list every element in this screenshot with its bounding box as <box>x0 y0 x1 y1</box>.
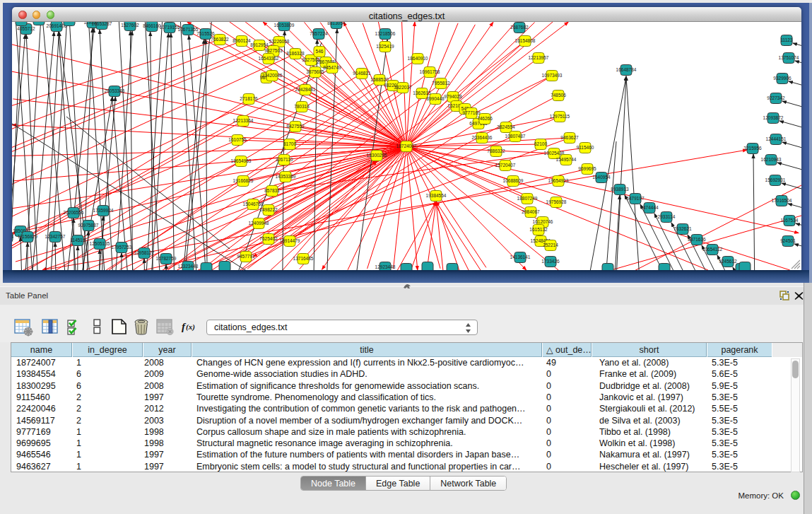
svg-text:1325419: 1325419 <box>376 44 394 49</box>
svg-text:10719155: 10719155 <box>160 25 180 30</box>
svg-text:3267110: 3267110 <box>276 157 293 162</box>
svg-text:12923448: 12923448 <box>375 264 396 269</box>
svg-text:18640910: 18640910 <box>408 56 428 61</box>
svg-text:81700: 81700 <box>283 141 296 146</box>
svg-text:14353369: 14353369 <box>276 174 296 179</box>
svg-text:1588520: 1588520 <box>370 77 389 82</box>
svg-text:16961758: 16961758 <box>420 69 440 74</box>
svg-text:11156829: 11156829 <box>18 234 37 239</box>
svg-text:10973493: 10973493 <box>542 73 563 78</box>
svg-text:746266: 746266 <box>477 116 493 121</box>
svg-text:7955812: 7955812 <box>432 81 450 86</box>
svg-text:2687682: 2687682 <box>510 25 529 30</box>
svg-text:9457791: 9457791 <box>237 254 255 259</box>
svg-text:9146821: 9146821 <box>353 71 371 76</box>
svg-text:7625402: 7625402 <box>259 236 278 241</box>
svg-text:9777169: 9777169 <box>462 110 481 115</box>
svg-text:1498222: 1498222 <box>259 207 278 212</box>
svg-text:8427552: 8427552 <box>286 124 305 129</box>
svg-text:12342757: 12342757 <box>45 234 66 239</box>
svg-text:8454749: 8454749 <box>323 65 341 70</box>
svg-text:12409948: 12409948 <box>249 221 269 226</box>
svg-text:17359924: 17359924 <box>93 208 114 213</box>
svg-text:7857224: 7857224 <box>310 31 328 36</box>
svg-text:7515526: 7515526 <box>196 31 215 36</box>
svg-text:8186328: 8186328 <box>286 51 305 56</box>
svg-text:16154808: 16154808 <box>515 38 536 43</box>
svg-text:1167534: 1167534 <box>781 218 799 223</box>
svg-text:546: 546 <box>316 49 324 54</box>
svg-text:3215956: 3215956 <box>743 146 762 151</box>
svg-text:16210943: 16210943 <box>761 157 782 162</box>
svg-text:12213364: 12213364 <box>233 118 254 123</box>
svg-text:12093872: 12093872 <box>763 115 784 120</box>
svg-text:39154: 39154 <box>12 234 13 239</box>
svg-text:15692931: 15692931 <box>765 177 786 182</box>
svg-text:748506: 748506 <box>551 93 566 98</box>
svg-text:12213957: 12213957 <box>529 55 549 60</box>
svg-text:9463627: 9463627 <box>560 135 579 140</box>
svg-text:13751074: 13751074 <box>779 55 799 60</box>
svg-text:1615132: 1615132 <box>529 227 548 232</box>
svg-text:8466160: 8466160 <box>143 23 161 28</box>
svg-text:14136141: 14136141 <box>510 255 531 259</box>
svg-text:26053346: 26053346 <box>105 88 125 93</box>
svg-text:19756928: 19756928 <box>546 199 567 204</box>
svg-text:7632621: 7632621 <box>673 226 692 231</box>
svg-text:1362615: 1362615 <box>413 90 431 95</box>
svg-text:19166825: 19166825 <box>233 178 254 183</box>
svg-text:924501: 924501 <box>780 238 796 243</box>
svg-text:8471636: 8471636 <box>688 237 706 242</box>
svg-text:9227342: 9227342 <box>767 95 785 100</box>
svg-text:53226058: 53226058 <box>269 39 290 44</box>
svg-text:23420046: 23420046 <box>262 73 283 78</box>
svg-text:17957253: 17957253 <box>112 245 132 250</box>
svg-text:13218506: 13218506 <box>375 31 396 36</box>
svg-text:(x): (x) <box>186 322 195 332</box>
svg-text:12975115: 12975115 <box>550 114 570 119</box>
svg-text:11123: 11123 <box>780 37 792 42</box>
svg-text:19654923: 19654923 <box>548 178 569 183</box>
svg-text:9115460: 9115460 <box>577 145 594 150</box>
svg-text:857831: 857831 <box>264 188 280 193</box>
svg-text:10653287: 10653287 <box>92 22 112 26</box>
svg-text:1733426: 1733426 <box>541 259 560 264</box>
svg-text:16120746: 16120746 <box>533 219 553 224</box>
svg-text:12505135: 12505135 <box>90 241 110 246</box>
svg-text:16914479: 16914479 <box>280 238 300 243</box>
svg-text:10671355: 10671355 <box>178 27 199 32</box>
svg-text:2718176: 2718176 <box>240 96 258 101</box>
svg-text:1610755: 1610755 <box>228 137 247 142</box>
svg-text:1640954: 1640954 <box>592 175 611 180</box>
svg-text:8990448: 8990448 <box>426 96 445 101</box>
svg-text:8938913: 8938913 <box>611 187 629 192</box>
svg-text:7663822: 7663822 <box>211 37 229 42</box>
svg-text:16053809: 16053809 <box>274 23 295 28</box>
svg-text:9474444: 9474444 <box>640 205 659 210</box>
svg-text:8912954: 8912954 <box>250 42 269 47</box>
svg-text:12444151: 12444151 <box>766 136 787 141</box>
svg-text:3875685: 3875685 <box>306 69 324 74</box>
svg-text:20206556: 20206556 <box>64 210 84 215</box>
svg-text:15495744: 15495744 <box>556 157 577 162</box>
svg-text:20364436: 20364436 <box>472 135 493 140</box>
svg-text:9794028: 9794028 <box>444 94 462 99</box>
svg-text:9245612: 9245612 <box>719 259 737 264</box>
svg-text:18724007: 18724007 <box>396 144 417 148</box>
svg-text:2984067: 2984067 <box>522 209 540 214</box>
svg-text:15720407: 15720407 <box>495 163 516 168</box>
svg-text:15046768: 15046768 <box>243 201 264 206</box>
svg-text:3822037: 3822037 <box>394 85 412 90</box>
svg-text:93975887: 93975887 <box>78 223 99 228</box>
svg-text:18807249: 18807249 <box>517 196 538 201</box>
svg-text:9329906: 9329906 <box>773 76 792 81</box>
svg-text:8960124: 8960124 <box>233 38 251 43</box>
svg-text:9699695: 9699695 <box>578 166 596 171</box>
svg-text:19384554: 19384554 <box>426 193 447 198</box>
svg-text:9827503: 9827503 <box>264 48 283 53</box>
svg-text:114519: 114519 <box>70 238 86 243</box>
svg-text:22428481: 22428481 <box>295 87 316 92</box>
svg-text:3824554: 3824554 <box>497 124 515 129</box>
svg-text:18300295: 18300295 <box>367 153 387 158</box>
svg-text:16648784: 16648784 <box>616 67 637 72</box>
